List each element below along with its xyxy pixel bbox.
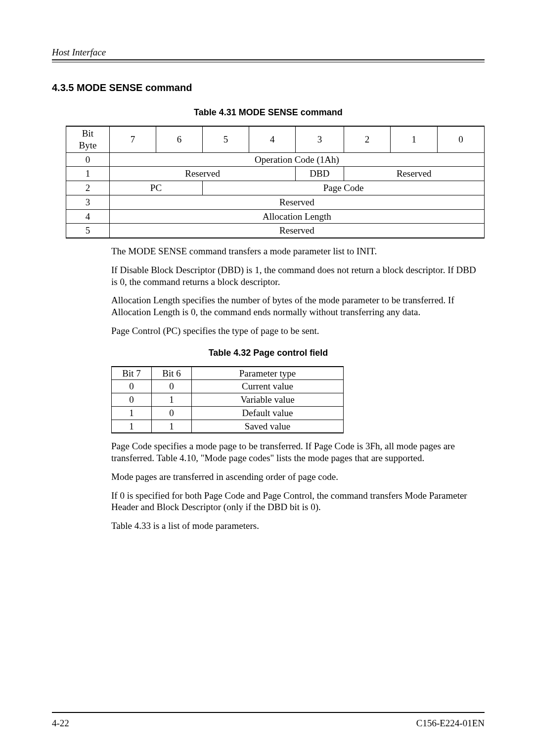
header-rule <box>52 62 485 62</box>
page-control-table: Bit 7Bit 6Parameter type00Current value0… <box>111 366 344 434</box>
footer: 4-22 C156-E224-01EN <box>52 712 485 729</box>
cell: Reserved <box>109 224 484 238</box>
bit-byte-header: BitByte <box>66 126 110 152</box>
byte-index: 1 <box>66 167 110 181</box>
byte-index: 4 <box>66 209 110 224</box>
cell: 0 <box>152 380 192 393</box>
bit-col: 2 <box>344 126 391 152</box>
table2-caption: Table 4.32 Page control field <box>52 348 485 358</box>
byte-index: 5 <box>66 224 110 238</box>
cell: Allocation Length <box>109 209 484 224</box>
table1-wrap: BitByte765432100Operation Code (1Ah)1Res… <box>52 126 485 238</box>
bit-col: 4 <box>249 126 296 152</box>
col-header: Parameter type <box>192 367 344 380</box>
cell: Reserved <box>109 167 295 181</box>
header-title: Host Interface <box>52 47 485 60</box>
bit-col: 5 <box>203 126 249 152</box>
table2-wrap: Bit 7Bit 6Parameter type00Current value0… <box>111 366 344 434</box>
cell: 1 <box>112 406 152 420</box>
page-number: 4-22 <box>52 718 69 729</box>
page-container: Host Interface 4.3.5 MODE SENSE command … <box>0 0 534 756</box>
cell: Saved value <box>192 420 344 433</box>
para-4: Page Control (PC) specifies the type of … <box>111 325 482 337</box>
cell: DBD <box>296 167 344 181</box>
cell: Page Code <box>203 181 485 195</box>
cell: Variable value <box>192 393 344 407</box>
byte-index: 0 <box>66 152 110 167</box>
col-header: Bit 7 <box>112 367 152 380</box>
para-8: Table 4.33 is a list of mode parameters. <box>111 520 482 532</box>
byte-index: 3 <box>66 195 110 209</box>
section-heading: 4.3.5 MODE SENSE command <box>52 82 485 94</box>
mode-sense-table: BitByte765432100Operation Code (1Ah)1Res… <box>66 126 485 238</box>
para-3: Allocation Length specifies the number o… <box>111 294 482 318</box>
table1-caption: Table 4.31 MODE SENSE command <box>52 107 485 118</box>
cell: Current value <box>192 380 344 393</box>
bit-col: 1 <box>391 126 438 152</box>
para-2: If Disable Block Descriptor (DBD) is 1, … <box>111 264 482 288</box>
para-5: Page Code specifies a mode page to be tr… <box>111 440 482 464</box>
cell: 1 <box>112 420 152 433</box>
byte-index: 2 <box>66 181 110 195</box>
para-7: If 0 is specified for both Page Code and… <box>111 490 482 514</box>
doc-id: C156-E224-01EN <box>416 718 485 729</box>
cell: Operation Code (1Ah) <box>109 152 484 167</box>
bit-col: 6 <box>156 126 202 152</box>
footer-rule <box>52 712 485 713</box>
cell: PC <box>109 181 202 195</box>
running-header: Host Interface <box>52 47 485 62</box>
cell: 0 <box>112 380 152 393</box>
bit-col: 3 <box>296 126 344 152</box>
cell: Reserved <box>344 167 484 181</box>
cell: 0 <box>152 406 192 420</box>
cell: 1 <box>152 420 192 433</box>
para-6: Mode pages are transferred in ascending … <box>111 471 482 483</box>
col-header: Bit 6 <box>152 367 192 380</box>
para-1: The MODE SENSE command transfers a mode … <box>111 245 482 257</box>
cell: 1 <box>152 393 192 407</box>
cell: 0 <box>112 393 152 407</box>
cell: Default value <box>192 406 344 420</box>
cell: Reserved <box>109 195 484 209</box>
bit-col: 7 <box>109 126 156 152</box>
footer-row: 4-22 C156-E224-01EN <box>52 718 485 729</box>
bit-col: 0 <box>438 126 485 152</box>
